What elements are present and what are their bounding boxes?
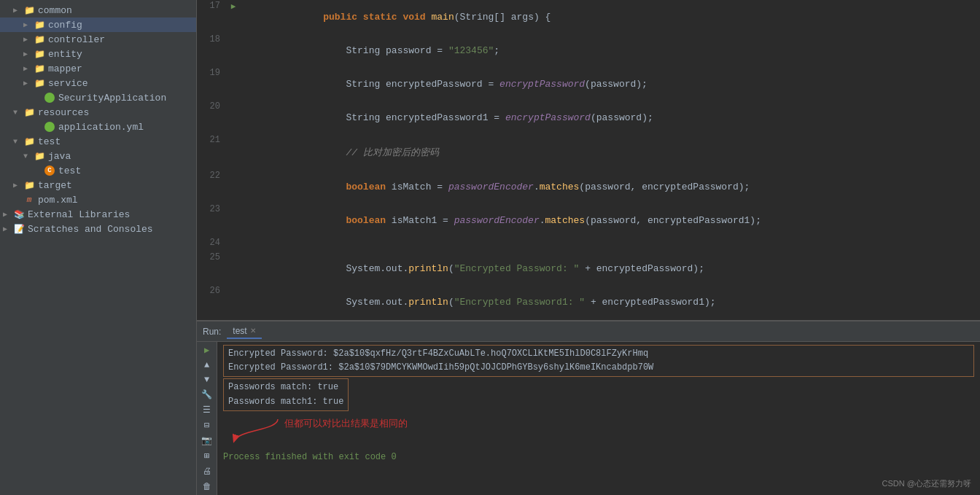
folder-icon-service: 📁 [34,77,45,89]
run-header: Run: test ✕ [197,321,980,342]
sidebar-label-external: External Libraries [28,209,130,220]
table-row: 27 System.out.println("Passwords match: … [197,319,980,320]
table-row: 23 boolean isMatch1 = passwordEncoder.ma… [197,203,980,237]
line-gutter [226,285,241,319]
line-gutter [226,134,241,170]
tree-arrow-config: ▶ [23,20,34,29]
output-line-enc2: Encrypted Password1: $2a$10$79DMCYKWMOwd… [228,361,969,375]
sidebar-label-common: common [38,5,72,16]
line-number: 22 [197,170,226,203]
tree-arrow-entity: ▶ [23,50,34,58]
table-row: 26 System.out.println("Encrypted Passwor… [197,285,980,319]
folder-icon-controller: 📁 [34,34,45,45]
sidebar-item-security-app[interactable]: SecurityApplication [0,90,196,105]
line-number: 18 [197,34,226,67]
table-row: 18 String password = "123456"; [197,34,980,67]
line-code: System.out.println("Encrypted Password1:… [241,285,980,319]
tree-arrow-resources: ▼ [13,109,23,117]
run-list-button[interactable]: ☰ [200,405,214,416]
annotation-text-2: 但都可以对比出结果是相同的 [284,417,408,430]
run-label: Run: [203,327,221,337]
line-number: 20 [197,101,226,134]
tree-arrow-common: ▶ [13,6,23,15]
run-align-button[interactable]: ⊞ [200,451,214,461]
annotation-arrow-2 [223,416,281,445]
output-line-match1: Passwords match: true [228,381,343,394]
run-list2-button[interactable]: ⊟ [200,420,214,431]
sidebar-item-application-yml[interactable]: application.yml [0,120,196,134]
line-number: 21 [197,134,226,170]
tree-arrow-service: ▶ [23,79,34,87]
line-code: System.out.println("Encrypted Password: … [241,252,980,285]
line-code: public static void main(String[] args) { [241,0,980,34]
sidebar-label-java: java [48,151,71,162]
line-code: String encryptedPassword1 = encryptPassw… [241,101,980,134]
java-icon-test: C [44,165,55,176]
run-body: ▶ ▲ ▼ 🔧 ☰ ⊟ 📷 ⊞ 🖨 🗑 Encrypted Password: … [197,342,980,495]
line-number: 23 [197,203,226,237]
sidebar-label-mapper: mapper [48,63,82,74]
run-camera-button[interactable]: 📷 [200,435,214,446]
sidebar-item-pomxml[interactable]: m pom.xml [0,192,196,207]
line-number: 26 [197,285,226,319]
external-icon-libs: 📚 [13,208,25,220]
folder-icon-config: 📁 [34,19,45,31]
run-tab-test[interactable]: test ✕ [227,324,261,339]
table-row: 25 System.out.println("Encrypted Passwor… [197,252,980,285]
sidebar-item-test[interactable]: ▼ 📁 test [0,134,196,149]
sidebar-item-common[interactable]: ▶ 📁 common [0,3,196,17]
run-sidebar: ▶ ▲ ▼ 🔧 ☰ ⊟ 📷 ⊞ 🖨 🗑 [197,342,217,495]
sidebar-label-service: service [48,78,88,89]
code-table: 17 ▶ public static void main(String[] ar… [197,0,980,320]
close-icon[interactable]: ✕ [250,327,256,335]
run-output: Encrypted Password: $2a$10$qxfHz/Q3rtF4B… [217,342,980,495]
run-scroll-down-button[interactable]: ▼ [200,375,214,385]
sidebar-item-mapper[interactable]: ▶ 📁 mapper [0,61,196,76]
sidebar-item-testclass[interactable]: C test [0,163,196,178]
run-panel: Run: test ✕ ▶ ▲ ▼ 🔧 ☰ ⊟ 📷 ⊞ 🖨 🗑 [197,320,980,495]
tree-arrow-controller: ▶ [23,35,34,44]
run-print-button[interactable]: 🖨 [200,466,214,477]
table-row: 20 String encryptedPassword1 = encryptPa… [197,101,980,134]
run-play-button[interactable]: ▶ [200,345,214,356]
tree-arrow-scratches: ▶ [3,225,13,233]
sidebar-item-service[interactable]: ▶ 📁 service [0,76,196,90]
line-gutter [226,319,241,320]
sidebar-label-security: SecurityApplication [58,93,166,104]
table-row: 21 // 比对加密后的密码 [197,134,980,170]
run-tab-label: test [233,326,246,336]
sidebar-item-external-libs[interactable]: ▶ 📚 External Libraries [0,207,196,222]
output-process-line: Process finished with exit code 0 [223,451,974,464]
tree-arrow-java: ▼ [23,152,34,160]
run-delete-button[interactable]: 🗑 [200,481,214,492]
output-encrypted-box: Encrypted Password: $2a$10$qxfHz/Q3rtF4B… [223,345,974,377]
sidebar: ▶ 📁 common ▶ 📁 config ▶ 📁 controller ▶ 📁… [0,0,197,495]
sidebar-item-controller[interactable]: ▶ 📁 controller [0,32,196,47]
table-row: 22 boolean isMatch = passwordEncoder.mat… [197,170,980,203]
line-number: 19 [197,67,226,101]
table-row: 24 [197,237,980,252]
line-code: boolean isMatch1 = passwordEncoder.match… [241,203,980,237]
sidebar-item-config[interactable]: ▶ 📁 config [0,17,196,32]
line-number: 24 [197,237,226,252]
code-editor: 17 ▶ public static void main(String[] ar… [197,0,980,320]
annotation-area: 但都可以对比出结果是相同的 [223,416,974,445]
sidebar-item-scratches[interactable]: ▶ 📝 Scratches and Consoles [0,222,196,236]
sidebar-item-target[interactable]: ▶ 📁 target [0,178,196,192]
run-scroll-up-button[interactable]: ▲ [200,360,214,370]
tree-arrow-external: ▶ [3,210,13,219]
sidebar-label-yml: application.yml [58,122,144,133]
sidebar-item-java[interactable]: ▼ 📁 java [0,149,196,163]
run-tool1-button[interactable]: 🔧 [200,389,214,400]
sidebar-label-resources: resources [38,107,89,118]
code-area: 17 ▶ public static void main(String[] ar… [197,0,980,320]
sidebar-item-entity[interactable]: ▶ 📁 entity [0,47,196,61]
folder-icon-mapper: 📁 [34,63,45,74]
main-panel: 17 ▶ public static void main(String[] ar… [197,0,980,495]
sidebar-item-resources[interactable]: ▼ 📁 resources [0,105,196,120]
line-code: String encryptedPassword = encryptPasswo… [241,67,980,101]
table-row: 19 String encryptedPassword = encryptPas… [197,67,980,101]
table-row: 17 ▶ public static void main(String[] ar… [197,0,980,34]
line-number: 27 [197,319,226,320]
yaml-icon-app [44,121,55,133]
